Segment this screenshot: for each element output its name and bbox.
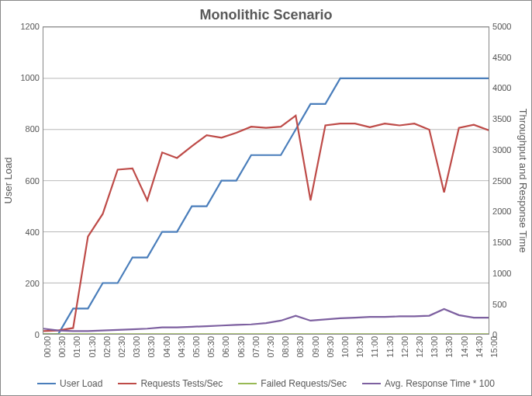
y-axis-label-right: Throughput and Response Time [516, 26, 531, 335]
y-tick-label: 0 [35, 330, 40, 339]
x-tick-label: 00:00 [43, 336, 52, 358]
x-tick-label: 06:30 [237, 336, 246, 358]
legend-swatch [118, 383, 136, 384]
y2-tick-label: 1000 [492, 269, 511, 278]
x-tick-label: 11:30 [385, 336, 395, 358]
x-tick-label: 10:00 [340, 336, 350, 358]
series-line [43, 309, 489, 332]
y-tick-label: 1200 [20, 22, 39, 31]
x-tick-label: 14:30 [475, 336, 484, 358]
legend-item-requests: Requests Tests/Sec [118, 378, 223, 389]
plot-row: User Load 020040060080010001200 05001000… [1, 26, 531, 335]
x-tick-label: 14:00 [460, 336, 469, 358]
y2-tick-label: 2500 [492, 176, 511, 186]
chart-svg [43, 27, 489, 334]
x-tick-label: 02:30 [117, 336, 126, 358]
series-line [43, 78, 489, 334]
y2-tick-label: 500 [492, 300, 506, 309]
x-tick-label: 05:30 [206, 336, 216, 358]
legend-label: Failed Requests/Sec [261, 378, 347, 389]
y-tick-label: 400 [26, 228, 40, 237]
x-tick-label: 07:30 [266, 336, 275, 358]
legend: User Load Requests Tests/Sec Failed Requ… [1, 375, 531, 395]
y-axis-label-left: User Load [1, 26, 16, 335]
x-tick-label: 12:30 [415, 336, 424, 358]
x-tick-label: 11:00 [370, 336, 379, 358]
x-tick-label: 04:30 [177, 336, 186, 358]
x-tick-label: 09:30 [326, 336, 335, 358]
x-tick-label: 00:30 [57, 336, 67, 358]
x-tick-label: 08:30 [295, 336, 305, 358]
y-tick-label: 600 [26, 176, 40, 186]
y-axis-ticks-right: 0500100015002000250030003500400045005000 [489, 26, 516, 335]
x-tick-label: 01:00 [72, 336, 81, 358]
y-tick-label: 200 [26, 279, 40, 288]
y2-tick-label: 4500 [492, 53, 511, 62]
legend-swatch [362, 383, 381, 384]
x-tick-label: 03:00 [132, 336, 141, 358]
y2-tick-label: 3000 [492, 145, 511, 155]
legend-label: Requests Tests/Sec [140, 378, 223, 389]
legend-label: User Load [60, 378, 102, 389]
plot-area [43, 26, 489, 335]
x-tick-label: 08:00 [281, 336, 290, 358]
x-tick-label: 12:00 [400, 336, 409, 358]
legend-swatch [37, 383, 56, 384]
x-tick-label: 05:00 [192, 336, 201, 358]
x-tick-label: 07:00 [251, 336, 261, 358]
x-tick-label: 15:00 [489, 336, 499, 358]
y-axis-ticks-left: 020040060080010001200 [16, 26, 43, 335]
y2-tick-label: 3500 [492, 114, 511, 123]
y2-tick-label: 5000 [492, 22, 511, 31]
legend-item-user-load: User Load [37, 378, 102, 389]
y-tick-label: 1000 [20, 73, 39, 82]
x-tick-label: 13:30 [444, 336, 454, 358]
x-tick-label: 13:00 [430, 336, 439, 358]
chart-title: Monolithic Scenario [1, 1, 531, 26]
x-tick-label: 03:30 [147, 336, 156, 358]
x-tick-label: 10:30 [355, 336, 364, 358]
x-axis-ticks: 00:0000:3001:0001:3002:0002:3003:0003:30… [43, 335, 489, 375]
legend-label: Avg. Response Time * 100 [385, 378, 495, 389]
y2-tick-label: 2000 [492, 207, 511, 216]
series-line [43, 116, 489, 332]
x-tick-label: 01:30 [88, 336, 97, 358]
x-tick-label: 04:00 [162, 336, 171, 358]
y2-tick-label: 1500 [492, 238, 511, 247]
x-tick-label: 09:00 [311, 336, 320, 358]
legend-swatch [238, 383, 257, 384]
x-tick-label: 06:00 [221, 336, 230, 358]
x-tick-label: 02:00 [102, 336, 112, 358]
y-tick-label: 800 [26, 124, 40, 134]
legend-item-failed: Failed Requests/Sec [238, 378, 347, 389]
legend-item-response: Avg. Response Time * 100 [362, 378, 495, 389]
chart-container: Monolithic Scenario User Load 0200400600… [0, 0, 532, 396]
y2-tick-label: 4000 [492, 83, 511, 92]
